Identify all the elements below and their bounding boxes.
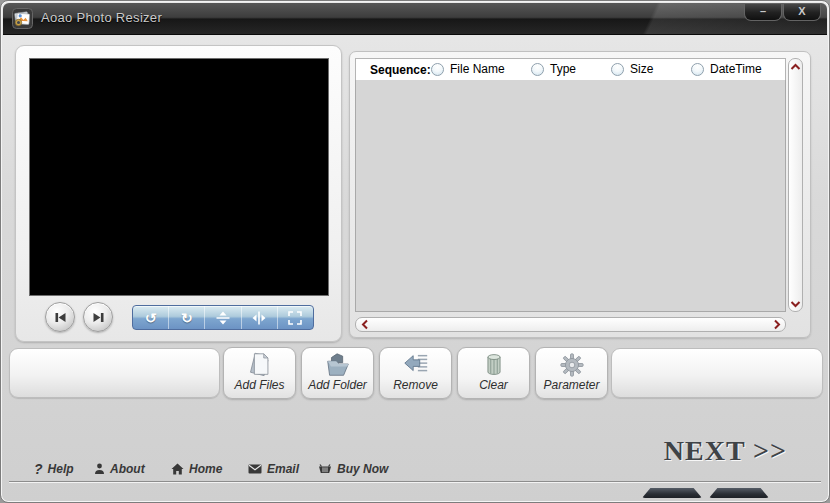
- toolbar-strip-left: [9, 348, 220, 398]
- horizontal-scrollbar[interactable]: [355, 317, 786, 332]
- titlebar[interactable]: Aoao Photo Resizer – X: [3, 3, 827, 35]
- home-link[interactable]: Home: [171, 462, 222, 476]
- radio-icon: [611, 63, 624, 76]
- skip-next-icon: [92, 312, 105, 323]
- rotate-right-icon: ↻: [181, 311, 193, 325]
- rotate-left-icon: ↺: [145, 311, 157, 325]
- clear-icon: [479, 350, 509, 380]
- next-button[interactable]: NEXT >>: [664, 435, 787, 467]
- parameter-button[interactable]: Parameter: [535, 347, 608, 399]
- close-button[interactable]: X: [783, 3, 821, 21]
- vertical-scrollbar[interactable]: [788, 58, 803, 312]
- chevron-left-icon: [361, 319, 369, 330]
- help-icon: ?: [34, 462, 43, 476]
- sort-radio-file-name[interactable]: File Name: [431, 62, 505, 76]
- sort-radio-datetime[interactable]: DateTime: [691, 62, 762, 76]
- rotate-right-button[interactable]: ↻: [169, 306, 205, 329]
- parameter-icon: [557, 350, 587, 380]
- minimize-button[interactable]: –: [744, 3, 782, 21]
- app-logo-icon: [12, 8, 33, 29]
- chevron-down-icon: [790, 300, 801, 308]
- remove-icon: [401, 350, 431, 380]
- add-files-icon: [245, 350, 275, 380]
- home-icon: [171, 463, 184, 475]
- email-link[interactable]: Email: [248, 462, 299, 476]
- file-list[interactable]: [355, 80, 786, 312]
- chevron-up-icon: [790, 63, 801, 71]
- window-grip: [642, 488, 702, 498]
- radio-icon: [531, 63, 544, 76]
- window-title: Aoao Photo Resizer: [41, 10, 162, 25]
- flip-vertical-button[interactable]: [205, 306, 241, 329]
- about-icon: [94, 463, 105, 475]
- toolbar-strip-right: [611, 348, 823, 398]
- about-link[interactable]: About: [94, 462, 145, 476]
- close-icon: X: [798, 5, 805, 17]
- help-link[interactable]: ? Help: [34, 462, 74, 476]
- chevron-right-icon: [773, 319, 781, 330]
- preview-panel: ↺ ↻: [15, 45, 342, 342]
- rotate-left-button[interactable]: ↺: [133, 306, 169, 329]
- file-list-panel: Sequence: File Name Type Size DateTime: [349, 51, 811, 338]
- next-image-button[interactable]: [83, 302, 113, 332]
- add-folder-icon: [323, 350, 353, 380]
- buy-now-icon: [318, 464, 332, 475]
- scroll-down-button[interactable]: [789, 298, 802, 309]
- image-edit-toolbar: ↺ ↻: [132, 305, 314, 330]
- fit-view-icon: [288, 311, 302, 325]
- email-icon: [248, 464, 262, 474]
- skip-previous-icon: [54, 312, 67, 323]
- bottom-divider: [9, 481, 821, 483]
- radio-icon: [691, 63, 704, 76]
- flip-horizontal-icon: [252, 310, 266, 326]
- window-grip: [709, 488, 769, 498]
- add-files-button[interactable]: Add Files: [223, 347, 296, 399]
- scroll-right-button[interactable]: [770, 319, 783, 330]
- minimize-icon: –: [760, 5, 766, 17]
- add-folder-button[interactable]: Add Folder: [301, 347, 374, 399]
- previous-image-button[interactable]: [45, 302, 75, 332]
- scroll-left-button[interactable]: [358, 319, 371, 330]
- sequence-header: Sequence: File Name Type Size DateTime: [355, 58, 786, 81]
- flip-horizontal-button[interactable]: [242, 306, 278, 329]
- buy-now-link[interactable]: Buy Now: [318, 462, 388, 476]
- scroll-up-button[interactable]: [789, 61, 802, 72]
- flip-vertical-icon: [215, 311, 231, 325]
- app-window: Aoao Photo Resizer – X ↺ ↻: [0, 0, 830, 503]
- sequence-label: Sequence:: [370, 63, 431, 77]
- remove-button[interactable]: Remove: [379, 347, 452, 399]
- sort-radio-type[interactable]: Type: [531, 62, 576, 76]
- sort-radio-size[interactable]: Size: [611, 62, 653, 76]
- fit-view-button[interactable]: [278, 306, 313, 329]
- radio-icon: [431, 63, 444, 76]
- preview-screen: [29, 58, 329, 296]
- clear-button[interactable]: Clear: [457, 347, 530, 399]
